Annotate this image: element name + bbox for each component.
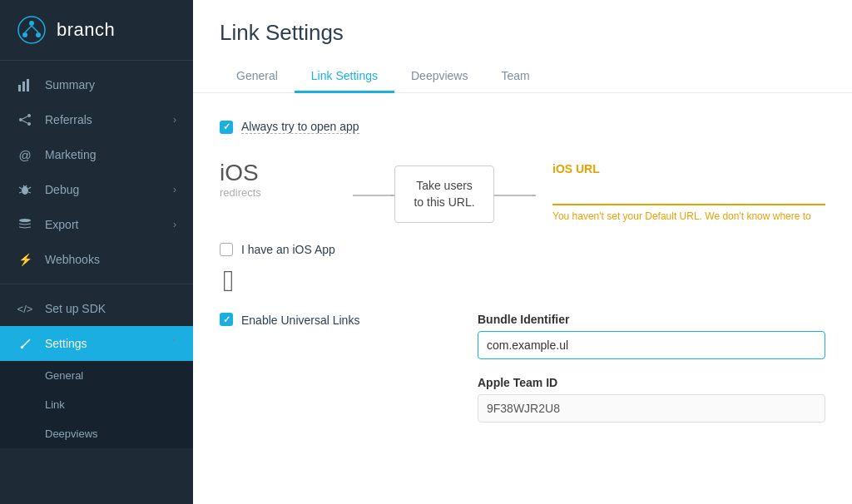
sidebar-item-settings-label: Settings <box>45 337 171 350</box>
sidebar: branch Summary Referrals › @ Marketing D… <box>0 0 193 504</box>
bundle-identifier-group: Bundle Identifier <box>478 313 825 359</box>
svg-line-16 <box>28 187 31 189</box>
apple-team-id-input[interactable] <box>478 394 825 422</box>
sidebar-item-marketing-label: Marketing <box>45 148 176 161</box>
ios-arrow-area: Take users to this URL. <box>353 166 536 223</box>
always-open-app-label[interactable]: Always try to open app <box>241 120 359 134</box>
chevron-right-icon-3: › <box>173 219 176 230</box>
sidebar-subitem-general[interactable]: General <box>0 361 193 390</box>
sidebar-item-export[interactable]: Export › <box>0 207 193 242</box>
ios-url-section: iOS URL You haven't set your Default URL… <box>552 162 825 222</box>
sidebar-nav: Summary Referrals › @ Marketing Debug › … <box>0 61 193 504</box>
take-users-text: Take users to this URL. <box>414 179 474 209</box>
svg-point-10 <box>19 118 22 121</box>
sidebar-item-debug[interactable]: Debug › <box>0 172 193 207</box>
ios-section: iOS redirects Take users to this URL. <box>220 161 825 223</box>
svg-point-0 <box>18 17 45 43</box>
svg-point-9 <box>27 114 31 117</box>
chevron-right-icon: › <box>173 114 176 126</box>
sidebar-item-webhooks-label: Webhooks <box>45 253 176 266</box>
sidebar-subitem-deepviews[interactable]: Deepviews <box>0 419 193 448</box>
svg-line-12 <box>22 116 27 119</box>
chevron-down-icon: ˅ <box>171 338 176 349</box>
sidebar-logo-text: branch <box>57 19 115 41</box>
has-ios-app-label: I have an iOS App <box>241 243 335 256</box>
branch-logo-icon <box>17 15 47 45</box>
svg-line-17 <box>19 192 22 193</box>
bar-chart-icon <box>17 77 33 93</box>
sidebar-item-debug-label: Debug <box>45 183 173 196</box>
arrow-line-left <box>353 195 394 196</box>
sidebar-logo[interactable]: branch <box>0 0 193 61</box>
code-icon: </> <box>17 300 33 317</box>
ios-subtitle: redirects <box>220 186 353 199</box>
lightning-icon: ⚡ <box>17 251 33 268</box>
universal-links-left: Enable Universal Links <box>220 313 461 346</box>
ios-url-input[interactable] <box>552 180 825 205</box>
sidebar-item-referrals[interactable]: Referrals › <box>0 102 193 137</box>
svg-line-18 <box>28 192 31 193</box>
sidebar-divider <box>0 284 193 284</box>
ios-url-warning: You haven't set your Default URL. We don… <box>552 210 825 222</box>
sidebar-item-summary[interactable]: Summary <box>0 67 193 102</box>
svg-point-3 <box>36 32 41 37</box>
svg-point-11 <box>27 122 31 126</box>
always-open-app-checkbox[interactable] <box>220 121 233 134</box>
sidebar-subitem-link[interactable]: Link <box>0 390 193 419</box>
tab-deepviews[interactable]: Deepviews <box>394 61 484 93</box>
svg-line-4 <box>25 26 32 32</box>
sidebar-subitem-link-label: Link <box>45 398 65 411</box>
universal-links-row: Enable Universal Links <box>220 313 461 329</box>
sidebar-item-summary-label: Summary <box>45 78 176 91</box>
svg-point-21 <box>19 219 31 222</box>
sidebar-item-marketing[interactable]: @ Marketing <box>0 137 193 172</box>
main-content: Link Settings General Link Settings Deep… <box>193 0 852 504</box>
svg-rect-6 <box>18 85 21 91</box>
sidebar-item-setup-sdk-label: Set up SDK <box>45 302 176 315</box>
sidebar-item-setup-sdk[interactable]: </> Set up SDK <box>0 291 193 326</box>
ios-title: iOS <box>220 161 353 186</box>
universal-links-label: Enable Universal Links <box>241 313 359 329</box>
bundle-identifier-label: Bundle Identifier <box>478 313 825 326</box>
stack-icon <box>17 216 33 233</box>
take-users-box[interactable]: Take users to this URL. <box>394 166 494 223</box>
content-area: Always try to open app iOS redirects Tak… <box>193 93 852 504</box>
arrow-line-right <box>494 195 536 196</box>
bundle-identifier-input[interactable] <box>478 331 825 359</box>
page-title: Link Settings <box>220 20 825 46</box>
bottom-section: Enable Universal Links Bundle Identifier… <box>220 313 825 439</box>
svg-line-15 <box>19 187 22 189</box>
share-icon <box>17 111 33 128</box>
sidebar-subitem-deepviews-label: Deepviews <box>45 427 98 440</box>
tab-bar: General Link Settings Deepviews Team <box>220 61 825 92</box>
sidebar-subitem-general-label: General <box>45 369 83 382</box>
always-open-app-row: Always try to open app <box>220 120 825 134</box>
svg-rect-7 <box>22 82 25 91</box>
bug-icon <box>17 181 33 198</box>
wrench-icon <box>17 335 33 352</box>
sidebar-item-export-label: Export <box>45 218 173 231</box>
apple-team-id-group: Apple Team ID <box>478 376 825 422</box>
sidebar-item-webhooks[interactable]: ⚡ Webhooks <box>0 242 193 277</box>
chevron-right-icon-2: › <box>173 184 176 195</box>
svg-line-13 <box>22 121 27 123</box>
svg-line-5 <box>32 26 38 32</box>
main-header: Link Settings General Link Settings Deep… <box>193 0 852 93</box>
ios-label-block: iOS redirects <box>220 161 353 199</box>
has-ios-app-checkbox[interactable] <box>220 243 233 256</box>
tab-team[interactable]: Team <box>484 61 546 93</box>
svg-point-2 <box>22 32 27 37</box>
apple-team-id-label: Apple Team ID <box>478 376 825 389</box>
ios-url-label: iOS URL <box>552 162 825 175</box>
svg-point-1 <box>29 21 34 26</box>
universal-links-checkbox[interactable] <box>220 313 233 326</box>
sidebar-item-settings[interactable]: Settings ˅ <box>0 326 193 361</box>
universal-links-right: Bundle Identifier Apple Team ID <box>478 313 825 439</box>
sidebar-subitems: General Link Deepviews <box>0 361 193 448</box>
apple-logo:  <box>223 266 825 296</box>
sidebar-item-referrals-label: Referrals <box>45 113 173 126</box>
at-icon: @ <box>17 146 33 163</box>
tab-general[interactable]: General <box>220 61 295 93</box>
tab-link-settings[interactable]: Link Settings <box>295 61 394 93</box>
svg-rect-8 <box>27 79 29 91</box>
